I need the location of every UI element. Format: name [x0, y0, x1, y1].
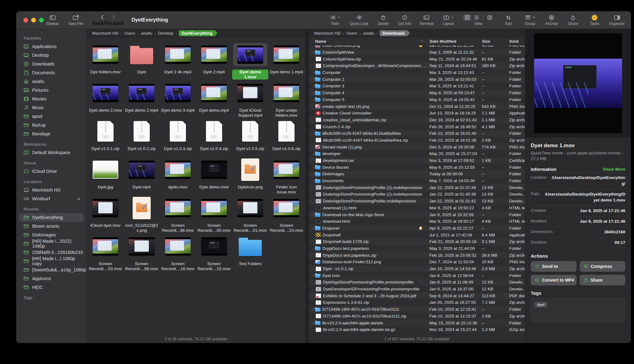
grid-item[interactable]: ZIPDyet v1.0.4.zip: [196, 118, 232, 156]
sidebar-item-windsurf[interactable]: Windsurf: [19, 194, 83, 203]
sidebar-item-desktop[interactable]: Desktop: [19, 51, 83, 60]
grid-item[interactable]: Dyet demo.mp4: [196, 80, 232, 118]
grid-item[interactable]: Screen Recordi....16.mov: [160, 233, 196, 271]
grid-item[interactable]: Dyet demo 3.mp4: [160, 80, 196, 118]
sidebar-item-appicons[interactable]: AppIcons: [19, 274, 83, 283]
terminal-button[interactable]: Terminal: [419, 14, 433, 26]
sidebar-item-default-workspace[interactable]: Default Workspace: [19, 148, 83, 157]
sidebar-item-asiafu[interactable]: asiafu: [19, 77, 83, 86]
sidebar-item-heic[interactable]: HEIC: [19, 283, 83, 292]
table-row[interactable]: DropoverApr 9, 2025 at 02:22:27--Folder: [309, 225, 525, 232]
sidebar-toggle-button[interactable]: Sidebar: [46, 14, 59, 26]
sidebar-item-macintosh-hd[interactable]: Macintosh HD: [19, 186, 83, 194]
table-row[interactable]: CompressingAndDecompre...ithStreamCompre…: [309, 62, 525, 69]
grid-item[interactable]: Screen Recordi....01.mov: [232, 195, 268, 233]
disclosure-chevron-icon[interactable]: [311, 275, 315, 276]
disclosure-chevron-icon[interactable]: [311, 167, 315, 168]
grid-item[interactable]: Test Folders: [232, 233, 268, 271]
grid-item[interactable]: Dyet.mp4: [124, 156, 160, 195]
disclosure-chevron-icon[interactable]: [311, 133, 315, 134]
table-row[interactable]: f2713499-18f4-457c-ac10-91b708ce3111Feb …: [309, 306, 525, 313]
table-row[interactable]: f2713499-18f4-457c-ac10-91b708ce3111.zip…: [309, 313, 525, 320]
table-row[interactable]: developerMay 20, 2025 at 15:27:03--Folde…: [309, 150, 525, 157]
grid-item[interactable]: Screen Recordi....23.mov: [268, 195, 305, 233]
disclosure-chevron-icon[interactable]: [311, 85, 315, 87]
table-row[interactable]: development.cerNov 3, 2024 at 17:09:521 …: [309, 157, 525, 164]
table-row[interactable]: Device BezelsMay 6, 2025 at 20:12:55--Fo…: [309, 164, 525, 171]
table-row[interactable]: DodoAppStoreProvisioningProfile (2).mobi…: [309, 191, 525, 198]
table-row[interactable]: Computer 3Mar 3, 2025 at 13:21:41--Folde…: [309, 83, 525, 90]
grid-item[interactable]: Dye folders.mov: [87, 41, 124, 80]
disclosure-chevron-icon[interactable]: [311, 51, 315, 53]
table-row[interactable]: Creative Cloud UninstallerJun 13, 2019 a…: [309, 110, 525, 117]
grid-item[interactable]: Dyet 2.mp4: [196, 41, 232, 80]
table-row[interactable]: Exhibits to Schedule 2 and 3 - 29 August…: [309, 292, 525, 299]
column-header-kind[interactable]: Kind: [507, 39, 525, 44]
table-row[interactable]: create stylish text (4).pngOct 11, 2024 …: [309, 103, 525, 110]
breadcrumb-active-item[interactable]: DyetEverything: [179, 30, 215, 36]
disclosure-chevron-icon[interactable]: [311, 308, 315, 310]
disclosure-chevron-icon[interactable]: [311, 214, 315, 216]
layout-button[interactable]: Layout: [441, 14, 455, 26]
send-to-button[interactable]: Send to: [531, 261, 577, 272]
group-button[interactable]: Group: [523, 14, 537, 26]
close-window-button[interactable]: [23, 18, 28, 22]
table-row[interactable]: Dyet iconJan 8, 2025 at 12:56:04--Folder: [309, 272, 525, 279]
grid-item[interactable]: Dyet 2 4k.mp4: [160, 41, 196, 80]
table-row[interactable]: d6c8c590-cc26-4167-b64a-812eafda40eaFeb …: [309, 130, 525, 137]
table-row[interactable]: DodoAppStoreProvisioningProfile.mobilepr…: [309, 198, 525, 205]
grid-item[interactable]: Screen Recordi...38.mov: [160, 195, 196, 233]
grid-item[interactable]: Dyet.jpg: [87, 156, 124, 195]
table-row[interactable]: Crunch-2.4.zipFeb 28, 2025 at 18:49:524.…: [309, 123, 525, 130]
pane-splitter[interactable]: [305, 29, 309, 343]
back-button[interactable]: [100, 15, 104, 20]
minimize-window-button[interactable]: [31, 18, 36, 22]
breadcrumb-item[interactable]: Users: [122, 31, 137, 36]
forward-button[interactable]: [112, 15, 115, 20]
column-header-date-modified[interactable]: Date Modified: [427, 39, 479, 44]
sidebar-item-bloom-assets[interactable]: Bloom assets: [19, 222, 83, 231]
table-row[interactable]: download (1).htmlMar 8, 2025 at 19:50:22…: [309, 205, 525, 211]
show-more-link[interactable]: Show More: [603, 167, 625, 172]
disclosure-chevron-icon[interactable]: [311, 92, 315, 94]
grid-item[interactable]: Dyet: [124, 41, 160, 80]
eject-icon[interactable]: [77, 197, 81, 201]
sidebar-item-applications[interactable]: Applications: [19, 42, 83, 51]
sidebar-item-music[interactable]: Music: [19, 103, 83, 112]
breadcrumb-item[interactable]: asiafu: [361, 31, 377, 36]
sort-button[interactable]: Sort: [502, 14, 515, 26]
table-row[interactable]: Decast mode (1).pngDec 5, 2024 at 19:20:…: [309, 143, 525, 150]
share-action-button[interactable]: Share: [580, 275, 626, 285]
column-header-name[interactable]: Name: [309, 39, 427, 44]
airdrop-button[interactable]: AirDrop: [545, 14, 558, 26]
grid-item[interactable]: Screen Recordi....03.mov: [87, 233, 124, 271]
grid-item[interactable]: Dyet iCloud Support.mp4: [232, 80, 268, 118]
disclosure-chevron-icon[interactable]: [311, 227, 315, 229]
breadcrumb-item[interactable]: Macintosh HD: [90, 31, 121, 36]
delete-button[interactable]: Delete: [376, 14, 390, 26]
column-header-size[interactable]: Size: [479, 39, 507, 44]
table-row[interactable]: DyetDeveloperIDProvisioningProfile.provi…: [309, 286, 525, 293]
sidebar-item-22bf4af8-3-235160b233[interactable]: 22bf4af8-3...235160b233: [19, 248, 83, 257]
table-row[interactable]: fd-v10.2.0-aarch64-apple-darwin.tar.gzNo…: [309, 326, 525, 333]
tag-chip[interactable]: dyet: [534, 302, 548, 308]
breadcrumb-item[interactable]: Users: [344, 31, 359, 36]
table-row[interactable]: Computer 4May 8, 2025 at 05:23:47--Folde…: [309, 90, 525, 96]
view-columns-button[interactable]: [485, 14, 494, 21]
tags-box[interactable]: dyet: [531, 298, 625, 323]
compress-button[interactable]: Compress: [580, 261, 626, 272]
table-row[interactable]: Dyet - v1.0.1.zipJan 10, 2025 at 14:53:4…: [309, 265, 525, 272]
view-grid-button[interactable]: [463, 14, 471, 21]
table-row[interactable]: Color Overrides.pngJan 9, 2025 at 21:12:…: [309, 46, 525, 49]
disclosure-chevron-icon[interactable]: [311, 180, 315, 182]
zoom-window-button[interactable]: [39, 18, 44, 22]
sidebar-item-bandage[interactable]: Bandage: [19, 129, 83, 138]
grid-item[interactable]: ZIPDyet v1.0.2.zip: [124, 118, 160, 156]
get-info-button[interactable]: Get Info: [398, 14, 412, 26]
grid-item[interactable]: Screen Recordi....56.mov: [124, 233, 160, 271]
breadcrumb-item[interactable]: asiafu: [139, 31, 154, 36]
view-list-button[interactable]: [472, 14, 481, 21]
disclosure-chevron-icon[interactable]: [311, 248, 315, 249]
grid-item[interactable]: ZIPDyet v1.0.1.zip: [87, 118, 124, 156]
grid-item[interactable]: Dyet demo 1.mov: [232, 41, 268, 80]
